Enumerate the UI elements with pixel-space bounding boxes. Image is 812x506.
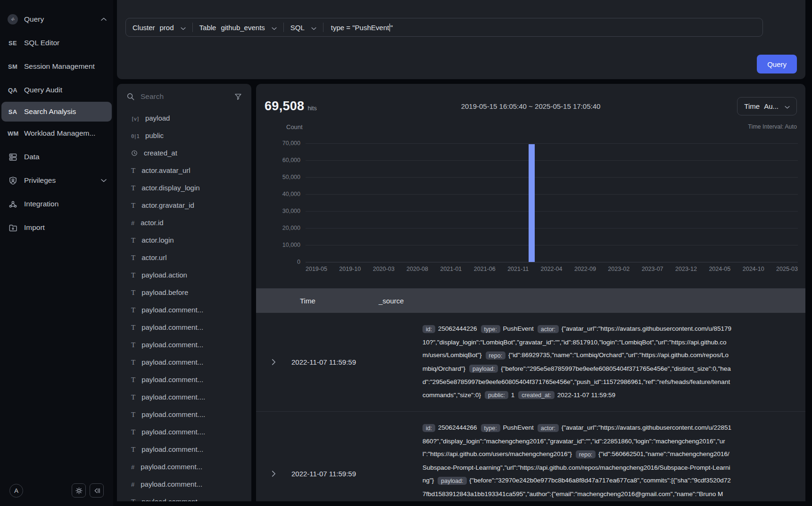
field-type-text-icon: T	[131, 498, 135, 502]
cluster-select[interactable]: Cluster prod	[126, 24, 192, 32]
expand-row-button[interactable]	[256, 471, 291, 477]
field-item-payload-comment[interactable]: T payload.comment...	[117, 318, 251, 336]
field-item-payload-comment[interactable]: T payload.comment....	[117, 423, 251, 441]
sidebar-item-privileges[interactable]: Privileges	[0, 169, 113, 192]
histogram-bar[interactable]	[529, 144, 535, 262]
query-button[interactable]: Query	[757, 55, 797, 73]
field-name: payload.comment....	[141, 428, 205, 436]
table-select[interactable]: Table github_events	[193, 24, 283, 32]
field-item-payload[interactable]: [v] payload	[117, 109, 251, 127]
table-header: Time _source	[256, 288, 805, 313]
item-abbr: SA	[8, 108, 18, 115]
field-item-payload-comment[interactable]: # payload.comment...	[117, 458, 251, 475]
content-row: Search [v] payload 0|1 public created_at…	[117, 84, 805, 501]
field-name: payload.comment...	[141, 480, 202, 488]
x-axis-labels: 2019-052019-102020-032020-082021-012021-…	[306, 266, 798, 272]
time-range: 2019-05-15 16:05:40 ~ 2025-05-15 17:05:4…	[256, 102, 805, 110]
field-item-payload-comment[interactable]: T payload.comment...	[117, 493, 251, 501]
item-label: Session Management	[24, 62, 107, 71]
sidebar: ‹/› Query SE SQL Editor SM Session Manag…	[0, 0, 113, 506]
x-tick-label: 2022-09	[574, 266, 596, 272]
field-name: payload.comment...	[141, 498, 203, 501]
field-item-payload-comment[interactable]: T payload.comment...	[117, 336, 251, 353]
source-key-chip: id:	[423, 325, 435, 333]
field-item-payload-comment[interactable]: T payload.comment...	[117, 371, 251, 388]
field-name: actor.gravatar_id	[141, 201, 194, 209]
y-tick-label: 50,000	[259, 174, 300, 180]
field-name: payload.comment....	[141, 393, 205, 401]
field-item-actor-login[interactable]: T actor.login	[117, 231, 251, 249]
field-type-variant-icon: [v]	[131, 114, 139, 122]
field-item-payload-comment[interactable]: T payload.comment...	[117, 441, 251, 458]
field-item-actor-display-login[interactable]: T actor.display_login	[117, 179, 251, 196]
field-item-payload-comment[interactable]: # payload.comment...	[117, 475, 251, 493]
field-item-actor-id[interactable]: # actor.id	[117, 214, 251, 231]
source-value: PushEvent	[503, 424, 533, 431]
source-key-chip: id:	[423, 424, 435, 432]
time-aggregation-dropdown[interactable]: Time Au...	[737, 97, 797, 115]
sidebar-item-search-analysis[interactable]: SA Search Analysis	[1, 102, 112, 122]
filter-funnel-icon[interactable]	[234, 93, 242, 100]
field-name: payload.comment...	[141, 323, 203, 331]
source-key-chip: actor:	[538, 325, 559, 333]
field-item-actor-url[interactable]: T actor.url	[117, 249, 251, 266]
field-item-public[interactable]: 0|1 public	[117, 127, 251, 144]
item-label: SQL Editor	[24, 39, 107, 47]
x-tick-label: 2024-10	[743, 266, 764, 272]
field-item-actor-avatar-url[interactable]: T actor.avatar_url	[117, 162, 251, 179]
y-tick-label: 20,000	[259, 225, 300, 231]
sidebar-item-workload-managem[interactable]: WM Workload Managem...	[0, 122, 113, 145]
field-item-payload-comment[interactable]: T payload.comment...	[117, 301, 251, 318]
field-name: payload	[145, 114, 170, 122]
user-avatar[interactable]: A	[9, 484, 23, 498]
expand-row-button[interactable]	[256, 359, 291, 365]
sidebar-item-import[interactable]: Import	[0, 216, 113, 239]
item-label: Import	[24, 223, 107, 232]
field-item-actor-gravatar-id[interactable]: T actor.gravatar_id	[117, 196, 251, 214]
collapse-sidebar-icon[interactable]	[90, 483, 104, 498]
user-shield-icon	[8, 176, 18, 185]
query-input[interactable]: type = "PushEvent"	[323, 24, 400, 32]
sidebar-item-sql-editor[interactable]: SE SQL Editor	[0, 31, 113, 55]
field-item-payload-comment[interactable]: T payload.comment...	[117, 353, 251, 371]
field-type-text-icon: T	[131, 445, 135, 454]
integration-icon	[8, 200, 18, 209]
settings-gear-icon[interactable]	[72, 483, 86, 498]
sidebar-item-query-audit[interactable]: QA Query Audit	[0, 78, 113, 102]
table-row: 2022-11-07 11:59:59 id: 25062444266type:…	[256, 411, 805, 501]
y-tick-label: 60,000	[259, 157, 300, 163]
field-item-payload-before[interactable]: T payload.before	[117, 284, 251, 301]
gridline	[306, 245, 798, 245]
sidebar-group-label: Query	[24, 15, 101, 24]
field-item-payload-comment[interactable]: T payload.comment....	[117, 388, 251, 406]
x-tick-label: 2025-03	[776, 266, 798, 272]
sidebar-item-integration[interactable]: Integration	[0, 192, 113, 216]
sidebar-item-session-management[interactable]: SM Session Management	[0, 55, 113, 78]
field-type-datetime-icon	[131, 149, 138, 157]
x-tick-label: 2020-08	[406, 266, 428, 272]
field-name: payload.before	[141, 288, 188, 296]
language-select[interactable]: SQL	[284, 24, 323, 32]
gridline	[306, 194, 798, 195]
field-type-text-icon: T	[131, 253, 135, 262]
field-name: payload.comment...	[141, 375, 203, 384]
query-text-tail: "	[390, 24, 393, 32]
field-item-created-at[interactable]: created_at	[117, 144, 251, 162]
main-column: Cluster prod Table github_events SQL	[117, 0, 805, 506]
sidebar-item-data[interactable]: Data	[0, 145, 113, 169]
item-label: Privileges	[24, 176, 101, 185]
field-search-input[interactable]: Search	[141, 92, 229, 101]
field-name: payload.action	[141, 271, 187, 279]
y-axis-title: Count	[286, 123, 303, 131]
field-name: payload.comment....	[141, 410, 205, 418]
source-key-chip: payload:	[469, 365, 498, 373]
field-item-payload-action[interactable]: T payload.action	[117, 266, 251, 284]
field-item-payload-comment[interactable]: T payload.comment....	[117, 406, 251, 423]
item-abbr: SE	[8, 40, 18, 47]
results-header: 69,508 hits 2019-05-15 16:05:40 ~ 2025-0…	[256, 84, 805, 117]
field-type-text-icon: T	[131, 306, 135, 314]
chevron-up-icon	[101, 17, 107, 21]
item-label: Workload Managem...	[24, 129, 107, 138]
sidebar-group-query[interactable]: ‹/› Query	[0, 8, 113, 31]
source-key-chip: payload:	[438, 477, 466, 485]
